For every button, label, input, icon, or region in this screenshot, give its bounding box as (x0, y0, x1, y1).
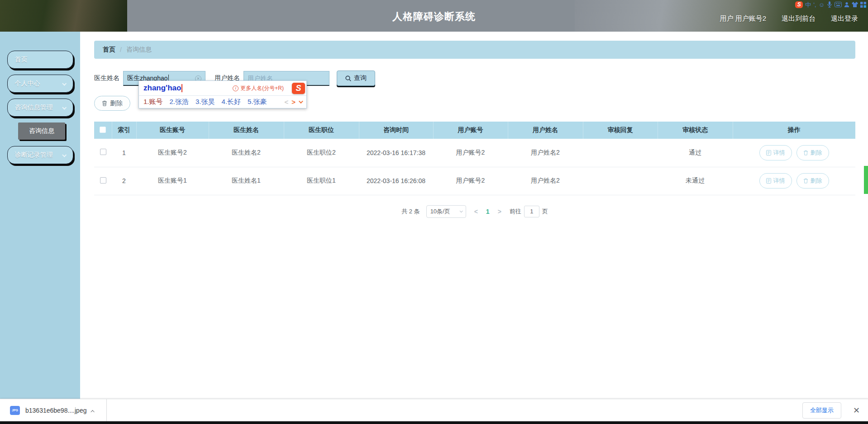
cell-doctor-name: 医生姓名1 (209, 167, 284, 195)
row-delete-button[interactable]: 删除 (796, 145, 829, 160)
sogou-ime-floating-logo[interactable]: S (292, 83, 305, 94)
col-header-actions: 操作 (733, 122, 855, 139)
table-header-row: 索引 医生账号 医生姓名 医生职位 咨询时间 用户账号 用户姓名 审核回复 审核… (94, 122, 855, 139)
cell-user-account: 用户账号2 (433, 167, 508, 195)
col-header-review-reply: 审核回复 (583, 122, 658, 139)
col-header-doctor-title: 医生职位 (284, 122, 359, 139)
sidebar-item-label: 个人中心 (15, 80, 62, 88)
trash-icon (102, 100, 107, 106)
page-size-select[interactable]: 10条/页 (426, 205, 466, 218)
sidebar-item-diagnosis-record-mgmt[interactable]: 诊断记录管理 (7, 146, 73, 164)
prev-page-button[interactable]: < (472, 208, 480, 215)
row-checkbox[interactable] (100, 149, 106, 155)
document-icon (766, 178, 771, 184)
col-header-review-status: 审核状态 (658, 122, 733, 139)
cell-doctor-title: 医生职位2 (284, 139, 359, 167)
consult-info-table: 索引 医生账号 医生姓名 医生职位 咨询时间 用户账号 用户姓名 审核回复 审核… (94, 122, 855, 195)
cell-doctor-name: 医生姓名2 (209, 139, 284, 167)
query-button[interactable]: 查询 (337, 71, 375, 86)
voice-input-icon[interactable] (827, 1, 832, 8)
user-mode-icon[interactable] (844, 2, 849, 8)
next-page-button[interactable]: > (496, 208, 503, 215)
window-bottom-edge (0, 421, 868, 424)
header-user-links: 用户 用户账号2 退出到前台 退出登录 (720, 14, 858, 23)
sidebar-item-label: 咨询信息管理 (15, 104, 62, 112)
ime-candidate-popup: zhang'hao i 更多人名(分号+R) 1.账号 2.张浩 3.张昊 4.… (138, 80, 307, 108)
row-delete-label: 删除 (811, 149, 822, 157)
ime-prev-page-icon[interactable]: < (284, 98, 288, 106)
ime-candidate-4[interactable]: 4.长好 (222, 98, 241, 106)
soft-keyboard-icon[interactable] (835, 2, 842, 7)
row-delete-label: 删除 (811, 177, 822, 185)
detail-button-label: 详情 (773, 177, 785, 185)
search-icon (345, 75, 351, 81)
cell-doctor-account: 医生账号1 (136, 167, 209, 195)
detail-button[interactable]: 详情 (759, 145, 792, 160)
sidebar-subitem-consult-info-active[interactable]: 咨询信息 (18, 122, 65, 140)
current-user-label: 用户 用户账号2 (720, 14, 766, 23)
col-header-doctor-account: 医生账号 (136, 122, 209, 139)
sidebar-item-personal-center[interactable]: 个人中心 (7, 75, 73, 93)
breadcrumb-home[interactable]: 首页 (103, 46, 115, 54)
col-header-doctor-name: 医生姓名 (209, 122, 284, 139)
exit-to-front-link[interactable]: 退出到前台 (782, 14, 816, 23)
bulk-delete-button[interactable]: 删除 (94, 96, 130, 111)
trash-icon (803, 178, 808, 184)
sidebar-nav: 首页 个人中心 咨询信息管理 咨询信息 诊断记录管理 (0, 32, 80, 424)
doctor-name-label: 医生姓名 (94, 74, 119, 82)
breadcrumb-separator: / (120, 46, 122, 53)
chevron-down-icon (62, 105, 67, 109)
cell-user-account: 用户账号2 (433, 139, 508, 167)
cell-user-name: 用户姓名2 (508, 139, 583, 167)
ime-expand-icon[interactable] (299, 99, 303, 104)
pagination-total: 共 2 条 (401, 207, 420, 216)
ime-pinyin-text: zhang'hao (143, 84, 181, 93)
skin-icon[interactable] (852, 2, 858, 7)
emoji-icon[interactable]: ☺ (819, 1, 825, 8)
cell-review-reply (583, 139, 658, 167)
page-size-value: 10条/页 (430, 207, 450, 216)
ime-candidate-2[interactable]: 2.张浩 (170, 98, 189, 106)
cell-review-reply (583, 167, 658, 195)
chevron-down-icon (62, 81, 67, 85)
sogou-logo-icon[interactable]: S (795, 1, 803, 8)
ime-candidate-1[interactable]: 1.账号 (143, 98, 163, 106)
ime-hint: i 更多人名(分号+R) (233, 85, 284, 92)
bulk-delete-label: 删除 (110, 99, 123, 108)
detail-button[interactable]: 详情 (759, 173, 792, 188)
jpg-file-icon: JPG (10, 406, 20, 415)
vertical-scrollbar-thumb[interactable] (864, 166, 868, 194)
chevron-up-icon[interactable] (92, 406, 95, 415)
chinese-mode-icon[interactable]: 中 (805, 1, 811, 8)
sidebar-item-label: 诊断记录管理 (15, 151, 62, 159)
browser-download-bar: JPG b13631e6be98....jpeg 全部显示 ✕ (0, 399, 868, 421)
logout-link[interactable]: 退出登录 (831, 14, 858, 23)
close-download-bar-icon[interactable]: ✕ (851, 405, 862, 415)
ime-candidate-3[interactable]: 3.张昊 (196, 98, 215, 106)
punctuation-icon[interactable]: ’, (813, 1, 816, 8)
current-page-number[interactable]: 1 (486, 208, 490, 215)
row-checkbox[interactable] (100, 177, 106, 184)
select-all-checkbox[interactable] (100, 127, 106, 133)
sidebar-item-home[interactable]: 首页 (7, 51, 73, 69)
app-header: 人格障碍诊断系统 用户 用户账号2 退出到前台 退出登录 S 中 ’, ☺ (0, 0, 868, 32)
show-all-downloads-button[interactable]: 全部显示 (802, 402, 841, 419)
row-delete-button[interactable]: 删除 (796, 173, 829, 188)
detail-button-label: 详情 (773, 149, 785, 157)
cell-index: 1 (112, 139, 136, 167)
cell-doctor-title: 医生职位1 (284, 167, 359, 195)
toolbox-grid-icon[interactable] (860, 2, 866, 8)
goto-page-input[interactable] (524, 206, 539, 217)
cell-index: 2 (112, 167, 136, 195)
ime-next-page-icon[interactable]: > (291, 98, 296, 106)
sidebar-item-consult-info-mgmt[interactable]: 咨询信息管理 (7, 99, 73, 117)
cell-user-name: 用户姓名2 (508, 167, 583, 195)
page-unit-label: 页 (542, 207, 548, 216)
col-header-user-account: 用户账号 (433, 122, 508, 139)
downloaded-file-chip[interactable]: JPG b13631e6be98....jpeg (10, 406, 95, 415)
sogou-ime-toolbar: S 中 ’, ☺ (795, 0, 866, 9)
ime-candidate-5[interactable]: 5.张豪 (248, 98, 267, 106)
query-button-label: 查询 (354, 74, 367, 82)
chevron-down-icon (459, 209, 463, 212)
downloaded-file-name: b13631e6be98....jpeg (25, 407, 86, 414)
